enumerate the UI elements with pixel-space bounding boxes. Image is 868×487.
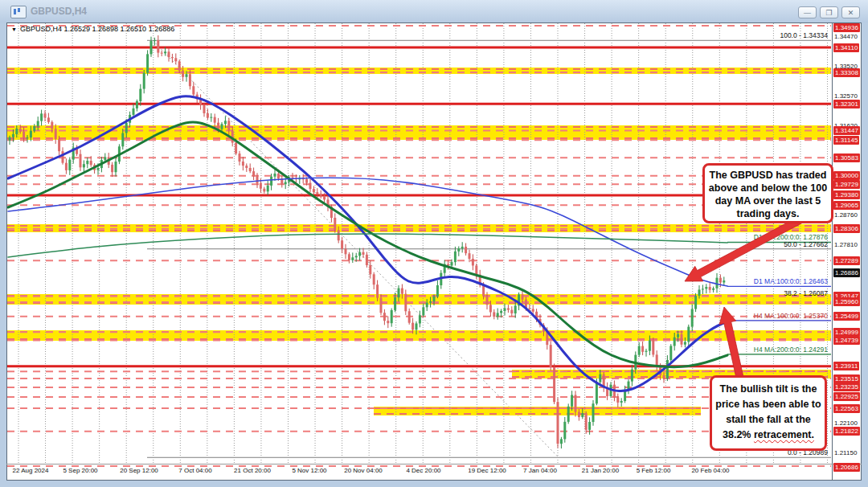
price-level-badge: 1.34110 [833, 43, 859, 52]
legend-close: 1.26886 [149, 25, 175, 33]
chart-icon [10, 6, 27, 18]
window-titlebar: GBPUSD,H4 — ❐ ✕ [0, 0, 868, 23]
price-level-badge: 1.30000 [833, 171, 860, 180]
time-tick-label: 4 Dec 20:00 [391, 467, 456, 474]
price-level-badge: 1.24739 [833, 336, 860, 345]
annotation-box-100day-ma[interactable]: The GBPUSD has traded above and below th… [702, 163, 833, 223]
price-level-badge: 1.25960 [833, 297, 860, 306]
legend-symbol: GBPUSD,H4 [20, 25, 62, 33]
time-tick-label: 20 Nov 04:00 [331, 467, 395, 474]
time-tick-label: 7 Jan 04:00 [508, 467, 572, 474]
time-tick-label: 5 Feb 12:00 [621, 467, 686, 474]
price-level-badge: 1.29065 [833, 201, 860, 210]
time-tick-label: 5 Sep 20:00 [48, 467, 113, 474]
current-price-badge: 1.26886 [833, 268, 860, 277]
legend-expander-icon[interactable]: ▼ [11, 27, 17, 32]
price-level-badge: 1.22925 [833, 392, 860, 401]
price-level-badge: 1.25499 [833, 312, 860, 321]
close-button[interactable]: ✕ [841, 6, 860, 18]
price-axis[interactable]: 1.344701.335201.325701.316201.287601.278… [833, 23, 868, 481]
price-tick-label: 1.27810 [834, 240, 858, 249]
price-level-badge: 1.21822 [833, 427, 860, 436]
price-level-badge: 1.20686 [833, 463, 860, 472]
price-level-badge: 1.34936 [833, 23, 860, 32]
minimize-button[interactable]: — [798, 6, 817, 18]
trading-app-window: GBPUSD,H4 — ❐ ✕ H4 MA:100:0:0: 1.25370H4… [0, 0, 868, 487]
price-level-badge: 1.30583 [833, 153, 860, 162]
price-level-badge: 1.22563 [833, 404, 860, 413]
price-tick-label: 1.34470 [834, 32, 858, 41]
price-tick-label: 1.28760 [834, 211, 858, 219]
annotation-box1-text: The GBPUSD has traded above and below th… [709, 170, 827, 219]
legend-low: 1.26510 [121, 25, 147, 33]
price-level-badge: 1.32301 [833, 100, 860, 108]
annotation-box2-wavy-word: retracement. [754, 429, 814, 440]
price-level-badge: 1.27289 [833, 256, 860, 265]
price-level-badge: 1.31447 [833, 126, 860, 135]
price-level-badge: 1.23911 [833, 362, 859, 370]
time-tick-label: 21 Oct 20:00 [220, 467, 285, 474]
time-axis[interactable]: 22 Aug 20245 Sep 20:0020 Sep 12:007 Oct … [7, 464, 832, 481]
time-tick-label: 20 Feb 04:00 [678, 467, 743, 474]
legend-high: 1.26898 [92, 25, 119, 33]
restore-button[interactable]: ❐ [820, 6, 838, 18]
price-level-badge: 1.23235 [833, 383, 860, 391]
time-tick-label: 20 Sep 12:00 [107, 467, 171, 474]
price-tick-label: 1.21150 [834, 448, 857, 457]
price-level-badge: 1.29729 [833, 180, 860, 189]
price-level-badge: 1.33308 [833, 68, 860, 77]
price-level-badge: 1.31145 [833, 136, 859, 145]
price-level-badge: 1.29380 [833, 190, 860, 199]
time-tick-label: 7 Oct 04:00 [163, 467, 227, 474]
price-level-badge: 1.28306 [833, 224, 860, 233]
price-level-badge: 1.23515 [833, 374, 860, 383]
chart-legend: ▼GBPUSD,H4 1.26529 1.26898 1.26510 1.268… [11, 25, 174, 33]
window-title: GBPUSD,H4 [31, 6, 87, 17]
legend-open: 1.26529 [63, 25, 90, 33]
annotation-box-382-retracement[interactable]: The bullish tilt is the price has been a… [710, 375, 827, 451]
